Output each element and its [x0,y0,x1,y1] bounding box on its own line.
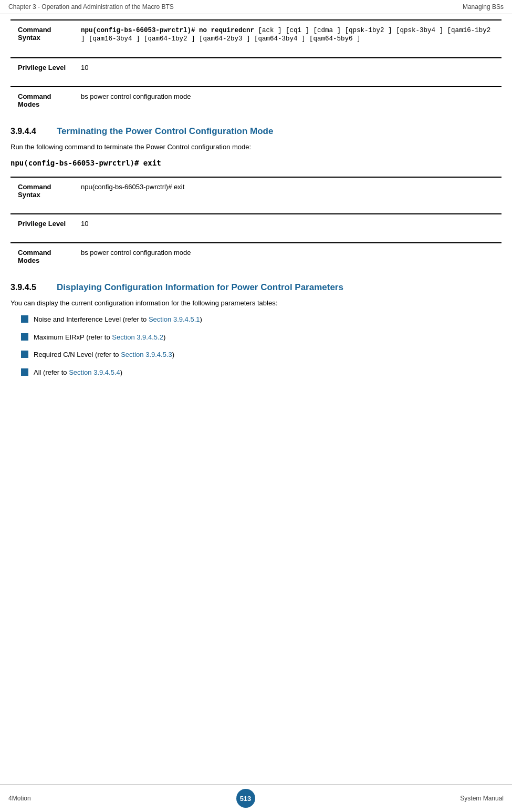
first-command-syntax-value: npu(config-bs-66053-pwrctrl)# no require… [74,20,501,48]
page-header: Chapter 3 - Operation and Administration… [0,0,512,14]
section-345-title: Displaying Configuration Information for… [57,282,343,293]
bullet-link-0[interactable]: Section 3.9.4.5.1 [149,315,200,323]
section-345-body: You can display the current configuratio… [11,298,501,309]
bullet-icon-3 [21,368,28,376]
header-right: Managing BSs [463,3,504,11]
bullet-link-2[interactable]: Section 3.9.4.5.3 [121,351,172,358]
bullet-text-1: Maximum EIRxP (refer to [34,333,112,341]
page-number-badge: 513 [236,789,255,808]
footer-left: 4Motion [8,795,31,802]
bullet-icon-1 [21,333,28,341]
section-344-heading: 3.9.4.4 Terminating the Power Control Co… [11,126,501,137]
section-344-title: Terminating the Power Control Configurat… [57,126,273,137]
bullet-text-3: All (refer to [34,368,69,376]
first-command-modes-table: Command Modes bs power control configura… [11,86,501,114]
first-command-modes-label: Command Modes [11,87,74,114]
bullet-link-3[interactable]: Section 3.9.4.5.4 [69,368,120,376]
second-command-modes-value: bs power control configuration mode [74,243,501,270]
section-344-command: npu(config-bs-66053-pwrctrl)# exit [11,159,501,167]
section-344-number: 3.9.4.4 [11,127,47,136]
bullet-item-0: Noise and Interference Level (refer to S… [21,314,501,325]
bullet-suffix-0: ) [200,315,202,323]
first-command-syntax-table: Command Syntax npu(config-bs-66053-pwrct… [11,19,501,48]
footer-right: System Manual [460,795,504,802]
first-command-syntax-label: Command Syntax [11,20,74,48]
second-command-syntax-table: Command Syntax npu(config-bs-66053-pwrct… [11,177,501,204]
first-privilege-table: Privilege Level 10 [11,57,501,77]
page-footer: 4Motion 513 System Manual [0,784,512,812]
bullet-icon-0 [21,315,28,323]
section-345-heading: 3.9.4.5 Displaying Configuration Informa… [11,282,501,293]
first-command-modes-value: bs power control configuration mode [74,87,501,114]
section-345-number: 3.9.4.5 [11,283,47,292]
bullet-text-0: Noise and Interference Level (refer to [34,315,149,323]
first-privilege-value: 10 [74,58,501,77]
bullet-suffix-2: ) [172,351,174,358]
second-command-syntax-label: Command Syntax [11,177,74,204]
bullet-suffix-3: ) [120,368,122,376]
second-command-syntax-value: npu(config-bs-66053-pwrctrl)# exit [74,177,501,204]
bullet-suffix-1: ) [163,333,165,341]
first-command-syntax-code: npu(config-bs-66053-pwrctrl)# no require… [81,27,490,43]
second-command-modes-label: Command Modes [11,243,74,270]
main-content: Command Syntax npu(config-bs-66053-pwrct… [0,14,512,416]
bullet-item-1: Maximum EIRxP (refer to Section 3.9.4.5.… [21,332,501,343]
bullet-item-2: Required C/N Level (refer to Section 3.9… [21,350,501,360]
second-privilege-value: 10 [74,214,501,233]
first-privilege-label: Privilege Level [11,58,74,77]
section-344-body: Run the following command to terminate t… [11,142,501,152]
bullet-icon-2 [21,351,28,358]
bullet-list: Noise and Interference Level (refer to S… [21,314,501,377]
second-privilege-table: Privilege Level 10 [11,213,501,233]
header-left: Chapter 3 - Operation and Administration… [8,3,174,11]
second-privilege-label: Privilege Level [11,214,74,233]
bullet-item-3: All (refer to Section 3.9.4.5.4) [21,367,501,378]
second-command-modes-table: Command Modes bs power control configura… [11,242,501,270]
bullet-link-1[interactable]: Section 3.9.4.5.2 [112,333,163,341]
bullet-text-2: Required C/N Level (refer to [34,351,121,358]
